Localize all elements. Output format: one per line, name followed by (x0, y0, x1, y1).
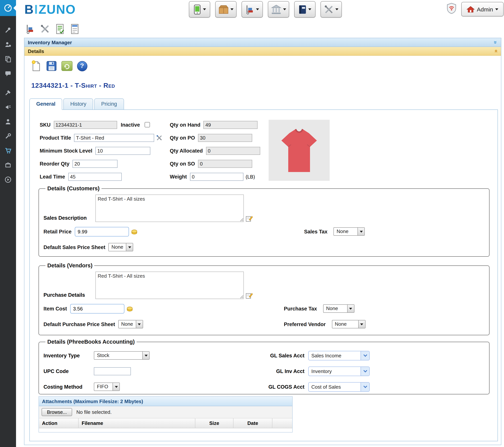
qty-on-po-input[interactable] (198, 134, 252, 142)
report-icon (55, 24, 64, 34)
upc-code-label: UPC Code (43, 368, 94, 374)
crossed-tools-icon (40, 24, 50, 34)
reorder-qty-input[interactable] (72, 160, 118, 168)
item-cost-input[interactable] (70, 304, 124, 313)
sales-tax-select[interactable]: None (334, 227, 365, 236)
inactive-checkbox[interactable] (144, 122, 150, 127)
module-reports-button[interactable] (54, 23, 66, 35)
logo-letter-b: B (24, 2, 34, 17)
bizuno-logo[interactable]: BIZUNO (24, 2, 76, 17)
menu-vendors-button[interactable] (241, 1, 263, 18)
module-tools-button[interactable] (39, 23, 51, 35)
record-toolbar: ? (31, 60, 88, 72)
product-title-input[interactable] (74, 134, 154, 142)
qty-allocated-input[interactable] (206, 147, 260, 155)
item-cost-tool-button[interactable] (126, 305, 133, 312)
attachments-col-action: Action (39, 418, 79, 428)
sales-tax-value: None (334, 228, 358, 235)
sidebar-item-build[interactable] (0, 86, 16, 100)
default-sales-sheet-value: None (109, 243, 126, 251)
item-cost-label: Item Cost (43, 306, 67, 311)
qty-on-po-label: Qty on PO (170, 135, 195, 141)
product-title-tools-button[interactable] (156, 134, 163, 141)
gl-inv-select[interactable]: Inventory (308, 366, 370, 376)
menu-customers-button[interactable] (189, 1, 210, 18)
purchase-details-label: Purchase Details (43, 292, 95, 299)
weight-input[interactable] (190, 173, 243, 180)
accounting-fieldset: Details (PhreeBooks Accounting) Inventor… (38, 339, 489, 394)
module-forms-button[interactable] (69, 23, 80, 35)
help-button[interactable]: ? (76, 60, 88, 72)
attachments-table-header: Action Filename Size Date (39, 418, 292, 428)
security-status-button[interactable] (446, 3, 457, 16)
sidebar-item-marketing[interactable] (0, 100, 16, 114)
sidebar-item-pinned[interactable] (0, 23, 16, 37)
expand-section-icon[interactable]: » (492, 41, 499, 44)
dropdown-chevron-icon (360, 351, 369, 360)
logo-letter-i: I (34, 2, 38, 17)
purchase-details-textarea[interactable]: Red T-Shirt - All sizes (95, 271, 244, 299)
ledger-book-icon (298, 4, 307, 15)
dropdown-chevron-icon (360, 382, 369, 391)
mobile-icon (193, 4, 201, 15)
sidebar-item-documents[interactable] (0, 52, 16, 66)
new-record-button[interactable] (31, 60, 42, 72)
menu-ledger-button[interactable] (294, 1, 316, 18)
tab-history[interactable]: History (64, 98, 93, 109)
menu-tools-button[interactable] (321, 1, 342, 18)
default-purchase-sheet-value: None (118, 320, 136, 328)
sidebar-item-dashboard[interactable] (0, 0, 16, 16)
sku-input[interactable] (54, 121, 117, 129)
menu-banking-button[interactable] (268, 1, 289, 18)
tab-general[interactable]: General (29, 98, 62, 110)
module-settings-button[interactable] (24, 23, 36, 35)
lead-time-input[interactable] (68, 173, 122, 180)
sidebar-item-messages[interactable] (0, 66, 16, 81)
save-floppy-icon (46, 61, 57, 71)
inventory-manager-header[interactable]: Inventory Manager » (24, 38, 501, 47)
gl-sales-select[interactable]: Sales Income (308, 351, 370, 360)
documents-icon (5, 56, 11, 63)
default-purchase-sheet-select[interactable]: None (118, 320, 143, 328)
details-header[interactable]: Details » (24, 47, 501, 56)
admin-home-button[interactable]: Admin (461, 2, 504, 17)
retail-price-input[interactable] (74, 227, 129, 236)
purchase-details-edit-button[interactable] (246, 292, 253, 299)
sales-description-edit-button[interactable] (246, 215, 253, 222)
menu-inventory-button[interactable] (215, 1, 236, 18)
gl-cogs-select[interactable]: Cost of Sales (308, 382, 370, 392)
delete-button[interactable] (61, 60, 72, 72)
new-page-icon (31, 60, 41, 72)
dropdown-caret-icon (231, 8, 234, 10)
purchase-tax-select[interactable]: None (323, 304, 354, 313)
default-sales-sheet-select[interactable]: None (108, 243, 133, 251)
costing-method-value: FIFO (94, 383, 112, 391)
retail-price-label: Retail Price (43, 229, 72, 234)
save-button[interactable] (46, 60, 57, 72)
sidebar-item-media[interactable] (0, 172, 16, 187)
help-icon: ? (77, 61, 87, 71)
preferred-vendor-select[interactable]: None (332, 320, 365, 328)
sidebar-item-profile[interactable] (0, 114, 16, 129)
dropdown-chevron-icon (360, 367, 369, 375)
browse-button[interactable]: Browse... (42, 408, 72, 416)
inventory-type-select[interactable]: Stock (94, 351, 150, 360)
retail-price-tool-button[interactable] (131, 229, 138, 234)
sidebar-item-settings[interactable] (0, 129, 16, 143)
general-fields: SKU Inactive Qty on Hand Product Title (30, 110, 498, 183)
min-stock-input[interactable] (95, 147, 150, 155)
main-menu-toolbar (189, 1, 342, 18)
sidebar-item-contacts[interactable] (0, 37, 16, 52)
tab-pricing[interactable]: Pricing (94, 98, 124, 109)
sales-description-textarea[interactable]: Red T-Shirt - All sizes (95, 195, 244, 222)
qty-on-hand-input[interactable] (203, 121, 258, 129)
qty-on-so-input[interactable] (198, 160, 252, 168)
sidebar-item-shipping[interactable] (0, 158, 16, 172)
reorder-qty-label: Reorder Qty (40, 161, 70, 166)
collapse-section-icon[interactable]: » (492, 50, 499, 53)
sidebar-item-shop[interactable] (0, 143, 16, 158)
dropdown-caret-icon (203, 8, 206, 10)
costing-method-select[interactable]: FIFO (94, 383, 120, 391)
upc-code-input[interactable] (94, 367, 131, 375)
tab-panel-general: SKU Inactive Qty on Hand Product Title (29, 109, 498, 441)
